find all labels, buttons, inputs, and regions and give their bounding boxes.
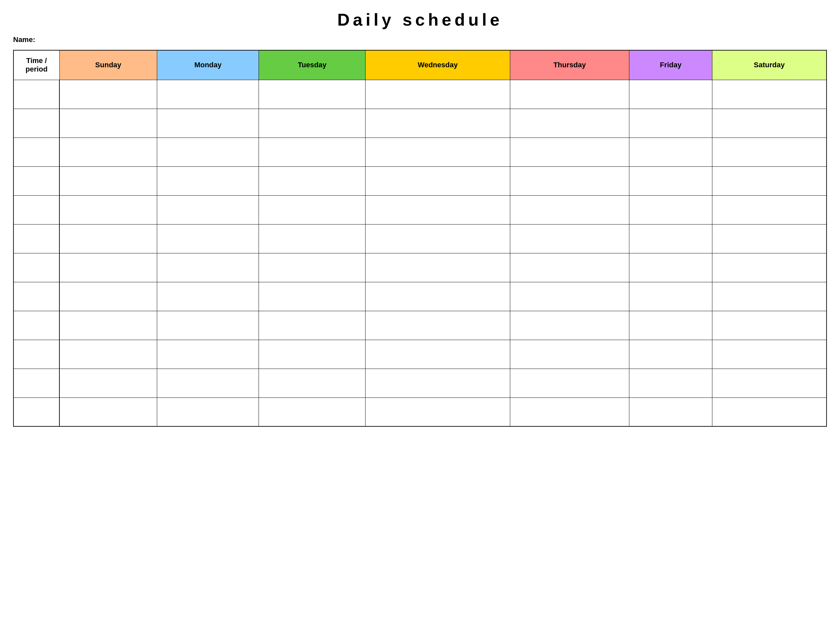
cell-row1-sunday[interactable]	[59, 109, 157, 137]
cell-row6-monday[interactable]	[157, 253, 259, 282]
cell-row7-saturday[interactable]	[712, 282, 827, 311]
table-row[interactable]	[13, 311, 827, 340]
cell-row8-saturday[interactable]	[712, 311, 827, 340]
cell-row5-thursday[interactable]	[510, 224, 629, 253]
cell-row10-saturday[interactable]	[712, 369, 827, 398]
cell-row5-wednesday[interactable]	[366, 224, 510, 253]
cell-row3-sunday[interactable]	[59, 166, 157, 195]
cell-row1-time[interactable]	[13, 109, 59, 137]
cell-row9-thursday[interactable]	[510, 340, 629, 369]
cell-row8-time[interactable]	[13, 311, 59, 340]
cell-row11-monday[interactable]	[157, 398, 259, 426]
table-row[interactable]	[13, 369, 827, 398]
cell-row0-monday[interactable]	[157, 80, 259, 109]
cell-row0-tuesday[interactable]	[259, 80, 366, 109]
cell-row8-friday[interactable]	[629, 311, 712, 340]
cell-row6-friday[interactable]	[629, 253, 712, 282]
cell-row6-thursday[interactable]	[510, 253, 629, 282]
cell-row10-friday[interactable]	[629, 369, 712, 398]
cell-row11-friday[interactable]	[629, 398, 712, 426]
cell-row7-friday[interactable]	[629, 282, 712, 311]
cell-row1-saturday[interactable]	[712, 109, 827, 137]
cell-row7-time[interactable]	[13, 282, 59, 311]
cell-row1-tuesday[interactable]	[259, 109, 366, 137]
cell-row6-saturday[interactable]	[712, 253, 827, 282]
cell-row4-thursday[interactable]	[510, 195, 629, 224]
cell-row1-friday[interactable]	[629, 109, 712, 137]
cell-row10-sunday[interactable]	[59, 369, 157, 398]
table-row[interactable]	[13, 253, 827, 282]
table-row[interactable]	[13, 137, 827, 166]
cell-row5-friday[interactable]	[629, 224, 712, 253]
cell-row9-monday[interactable]	[157, 340, 259, 369]
cell-row2-saturday[interactable]	[712, 137, 827, 166]
cell-row7-tuesday[interactable]	[259, 282, 366, 311]
cell-row8-tuesday[interactable]	[259, 311, 366, 340]
cell-row0-wednesday[interactable]	[366, 80, 510, 109]
cell-row9-time[interactable]	[13, 340, 59, 369]
table-row[interactable]	[13, 195, 827, 224]
table-row[interactable]	[13, 398, 827, 426]
cell-row10-tuesday[interactable]	[259, 369, 366, 398]
cell-row2-monday[interactable]	[157, 137, 259, 166]
cell-row11-sunday[interactable]	[59, 398, 157, 426]
cell-row9-friday[interactable]	[629, 340, 712, 369]
cell-row4-tuesday[interactable]	[259, 195, 366, 224]
cell-row9-tuesday[interactable]	[259, 340, 366, 369]
cell-row7-monday[interactable]	[157, 282, 259, 311]
cell-row3-thursday[interactable]	[510, 166, 629, 195]
cell-row2-tuesday[interactable]	[259, 137, 366, 166]
table-row[interactable]	[13, 224, 827, 253]
cell-row9-wednesday[interactable]	[366, 340, 510, 369]
cell-row2-wednesday[interactable]	[366, 137, 510, 166]
cell-row6-time[interactable]	[13, 253, 59, 282]
table-row[interactable]	[13, 166, 827, 195]
cell-row3-wednesday[interactable]	[366, 166, 510, 195]
cell-row5-tuesday[interactable]	[259, 224, 366, 253]
cell-row9-saturday[interactable]	[712, 340, 827, 369]
table-row[interactable]	[13, 109, 827, 137]
cell-row5-sunday[interactable]	[59, 224, 157, 253]
table-row[interactable]	[13, 80, 827, 109]
cell-row2-sunday[interactable]	[59, 137, 157, 166]
cell-row10-thursday[interactable]	[510, 369, 629, 398]
cell-row3-friday[interactable]	[629, 166, 712, 195]
cell-row1-monday[interactable]	[157, 109, 259, 137]
cell-row11-time[interactable]	[13, 398, 59, 426]
cell-row4-wednesday[interactable]	[366, 195, 510, 224]
cell-row1-thursday[interactable]	[510, 109, 629, 137]
cell-row8-sunday[interactable]	[59, 311, 157, 340]
cell-row6-wednesday[interactable]	[366, 253, 510, 282]
cell-row5-saturday[interactable]	[712, 224, 827, 253]
cell-row8-monday[interactable]	[157, 311, 259, 340]
cell-row11-saturday[interactable]	[712, 398, 827, 426]
cell-row7-wednesday[interactable]	[366, 282, 510, 311]
cell-row0-thursday[interactable]	[510, 80, 629, 109]
cell-row3-saturday[interactable]	[712, 166, 827, 195]
cell-row10-monday[interactable]	[157, 369, 259, 398]
cell-row4-monday[interactable]	[157, 195, 259, 224]
cell-row11-tuesday[interactable]	[259, 398, 366, 426]
cell-row11-wednesday[interactable]	[366, 398, 510, 426]
cell-row4-friday[interactable]	[629, 195, 712, 224]
table-row[interactable]	[13, 340, 827, 369]
cell-row6-sunday[interactable]	[59, 253, 157, 282]
cell-row9-sunday[interactable]	[59, 340, 157, 369]
cell-row0-saturday[interactable]	[712, 80, 827, 109]
cell-row2-time[interactable]	[13, 137, 59, 166]
cell-row0-sunday[interactable]	[59, 80, 157, 109]
cell-row3-time[interactable]	[13, 166, 59, 195]
cell-row5-monday[interactable]	[157, 224, 259, 253]
cell-row6-tuesday[interactable]	[259, 253, 366, 282]
cell-row0-time[interactable]	[13, 80, 59, 109]
cell-row3-tuesday[interactable]	[259, 166, 366, 195]
cell-row8-wednesday[interactable]	[366, 311, 510, 340]
cell-row2-thursday[interactable]	[510, 137, 629, 166]
cell-row10-time[interactable]	[13, 369, 59, 398]
table-row[interactable]	[13, 282, 827, 311]
cell-row4-time[interactable]	[13, 195, 59, 224]
cell-row2-friday[interactable]	[629, 137, 712, 166]
cell-row11-thursday[interactable]	[510, 398, 629, 426]
cell-row7-thursday[interactable]	[510, 282, 629, 311]
cell-row4-saturday[interactable]	[712, 195, 827, 224]
